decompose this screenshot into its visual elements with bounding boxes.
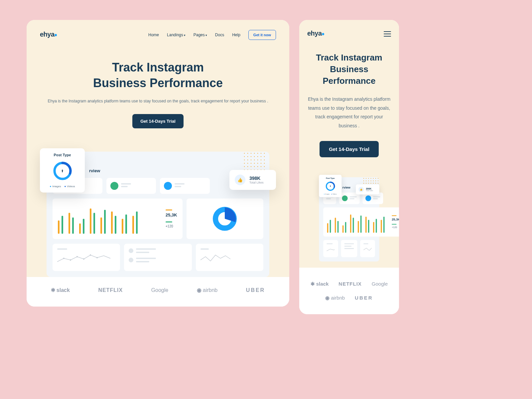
nav-pages[interactable]: Pages▾ [194, 33, 207, 37]
upload-icon: ⬆ [61, 169, 64, 173]
brand-slack: ✱slack [311, 281, 329, 287]
brand-logos: ✱slack NETFLIX Google ◉airbnb UBER [40, 287, 276, 293]
likes-card: 👍 398KTotal Likes [356, 184, 379, 194]
svg-point-7 [90, 254, 91, 256]
post-type-card: Post Type ⬆ ImagesVideos [319, 175, 341, 197]
brand-logos: ✱slack NETFLIX Google ◉airbnb UBER [307, 281, 391, 301]
nav-help[interactable]: Help [232, 33, 240, 37]
chevron-down-icon: ▾ [205, 34, 207, 37]
likes-value: 398K [249, 176, 264, 181]
stat-card [106, 178, 156, 194]
sparkline-card [360, 240, 375, 257]
trial-button[interactable]: Get 14-Days Trial [320, 141, 379, 157]
donut-chart: ⬆ [53, 161, 72, 181]
thumbs-up-icon: 👍 [235, 175, 245, 185]
thumbs-up-icon: 👍 [358, 187, 364, 192]
stat-card [160, 178, 210, 194]
nav-docs[interactable]: Docs [215, 33, 224, 37]
airbnb-icon: ◉ [325, 295, 330, 301]
brand-airbnb: ◉airbnb [325, 295, 345, 301]
dashboard-preview: Post Type ⬆ ImagesVideos 👍 398KTotal Lik… [319, 177, 379, 261]
hero-title: Track InstagramBusinessPerformance [307, 52, 391, 87]
logo[interactable]: ehya• [307, 29, 325, 39]
list-card [124, 244, 192, 271]
post-type-title: Post Type [47, 153, 78, 157]
legend-images: Images [50, 185, 61, 188]
nav-home[interactable]: Home [148, 33, 159, 37]
dashboard-preview: Post Type ⬆ Images Videos 👍 398K Total L… [40, 152, 276, 277]
bar-chart-card: 25,3K+120 [323, 207, 399, 236]
chevron-down-icon: ▾ [184, 34, 186, 37]
svg-point-4 [70, 259, 71, 261]
svg-point-5 [76, 256, 78, 257]
hash-icon: ✱ [51, 287, 55, 293]
hero-title: Track InstagramBusiness Performance [40, 60, 276, 91]
line-chart-card [53, 244, 120, 271]
menu-icon[interactable] [384, 30, 391, 38]
airbnb-icon: ◉ [197, 287, 201, 293]
list-card [341, 240, 357, 257]
get-it-now-button[interactable]: Get it now [248, 30, 276, 40]
likes-label: Total Likes [249, 181, 264, 184]
hero-subtitle: Ehya is the Instagram analytics platform… [307, 95, 391, 130]
svg-point-8 [96, 257, 98, 258]
desktop-frame: ehya• Home Landings▾ Pages▾ Docs Help Ge… [27, 20, 289, 307]
brand-airbnb: ◉airbnb [197, 287, 217, 293]
legend-videos: Videos [64, 185, 75, 188]
logo[interactable]: ehya• [40, 30, 57, 40]
brand-uber: UBER [355, 295, 373, 301]
svg-point-3 [63, 258, 65, 259]
brand-google: Google [151, 287, 169, 293]
hash-icon: ✱ [311, 281, 315, 287]
likes-card: 👍 398K Total Likes [229, 170, 276, 190]
mobile-frame: ehya• Track InstagramBusinessPerformance… [299, 20, 399, 314]
brand-uber: UBER [246, 287, 265, 293]
pie-chart-card [187, 199, 263, 239]
hero-subtitle: Ehya is the Instagram analytics platform… [40, 98, 276, 105]
trial-button[interactable]: Get 14-Days Trial [132, 114, 184, 128]
nav-landings[interactable]: Landings▾ [167, 33, 186, 37]
brand-slack: ✱slack [51, 287, 70, 293]
brand-google: Google [372, 281, 388, 287]
svg-point-6 [83, 258, 84, 260]
sparkline-card [196, 244, 263, 271]
brand-netflix: NETFLIX [98, 287, 123, 293]
line-chart-card [323, 240, 338, 257]
bar-chart-card: 25,3K +120 [53, 199, 183, 239]
post-type-card: Post Type ⬆ Images Videos [40, 148, 85, 193]
upload-icon: ⬆ [330, 185, 331, 187]
brand-netflix: NETFLIX [338, 281, 362, 287]
nav-bar: ehya• [307, 29, 391, 39]
nav-bar: ehya• Home Landings▾ Pages▾ Docs Help Ge… [40, 30, 276, 40]
